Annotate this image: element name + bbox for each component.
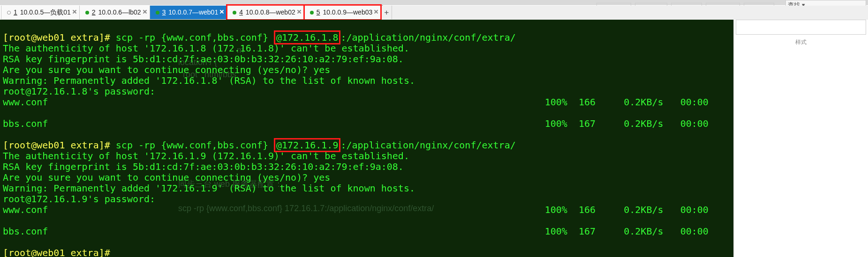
tab-label: 10.0.0.9—web03	[323, 8, 372, 16]
close-icon[interactable]	[297, 9, 302, 14]
tab-index: 1	[14, 8, 17, 16]
status-dot-icon	[85, 11, 89, 15]
tab-label: 10.0.0.6—lb02	[98, 8, 141, 16]
close-icon[interactable]	[72, 9, 77, 14]
session-tab[interactable]: 1 10.0.0.5—负载01	[1, 6, 80, 19]
session-tab[interactable]: 2 10.0.0.6—lb02	[80, 6, 150, 19]
style-group-label: 样式	[734, 37, 868, 47]
session-tab[interactable]: 3 10.0.0.7—web01	[150, 6, 227, 19]
tab-index: 5	[317, 8, 320, 16]
status-dot-icon	[310, 11, 314, 15]
status-dot-icon	[7, 11, 11, 15]
tab-index: 2	[92, 8, 96, 16]
tab-label: 10.0.0.7—web01	[168, 8, 218, 16]
terminal-pane[interactable]: m location / { root html/bbs; 同步三台 web 服…	[0, 20, 734, 257]
tab-index: 4	[239, 8, 243, 16]
word-right-pane: 样式	[733, 20, 868, 257]
tab-label: 10.0.0.5—负载01	[20, 8, 71, 16]
terminal-tab-strip: 1 10.0.0.5—负载012 10.0.0.6—lb023 10.0.0.7…	[1, 6, 868, 20]
close-icon[interactable]	[374, 9, 378, 14]
tab-index: 3	[162, 8, 166, 16]
status-dot-icon	[156, 11, 159, 15]
close-icon[interactable]	[143, 9, 147, 14]
terminal-output: [root@web01 extra]# scp -rp {www.conf,bb…	[3, 22, 731, 257]
session-tab[interactable]: 5 10.0.0.9—web03	[304, 6, 382, 19]
tab-label: 10.0.0.8—web02	[246, 8, 295, 16]
session-tab[interactable]: 4 10.0.0.8—web02	[227, 6, 304, 19]
new-tab-button[interactable]: +	[381, 6, 392, 19]
status-dot-icon	[233, 11, 236, 15]
close-icon[interactable]	[219, 9, 224, 14]
